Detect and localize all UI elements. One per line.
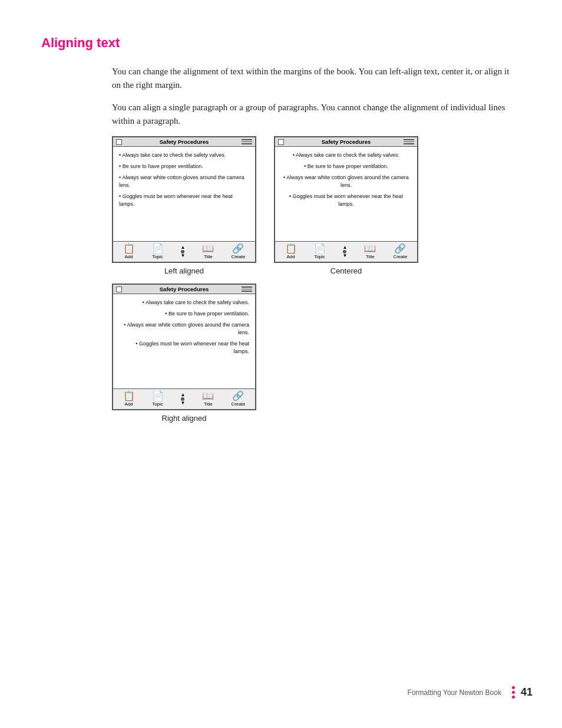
titlebar-left: Safety Procedures <box>113 137 255 147</box>
down-arrow-center: ▼ <box>343 253 348 258</box>
close-box-center[interactable] <box>278 139 284 145</box>
footer-page-number: 41 <box>521 686 533 699</box>
titlebar-center: Safety Procedures <box>275 137 417 147</box>
body-paragraph-1: You can change the alignment of text wit… <box>112 65 513 93</box>
up-arrow-center: ▲ <box>343 245 348 250</box>
content-center: Always take care to check the safety val… <box>275 147 417 241</box>
page-title: Aligning text <box>41 35 521 51</box>
title-button-center[interactable]: 📖 Title <box>364 244 376 259</box>
toolbar-left: 📋 Add 📄 Topic ▲ ▼ 📖 Title <box>113 241 255 262</box>
create-label-left: Create <box>231 254 245 259</box>
figure-left-aligned: Safety Procedures Always take care to ch… <box>112 136 256 275</box>
arrows-center: ▲ ▼ <box>343 245 348 258</box>
title-label-center: Title <box>366 254 375 259</box>
title-label-left: Title <box>204 254 213 259</box>
content-right: Always take care to check the safety val… <box>113 294 255 388</box>
figure-centered: Safety Procedures Always take care to ch… <box>274 136 418 275</box>
newton-window-center: Safety Procedures Always take care to ch… <box>274 136 418 263</box>
create-icon-left: 🔗 <box>232 244 244 253</box>
bullet-3-right: Always wear white cotton gloves around t… <box>119 321 249 337</box>
create-button-right[interactable]: 🔗 Create <box>231 391 245 407</box>
title-lines-right <box>242 286 252 292</box>
bullet-2-center: Be sure to have proper ventilation. <box>281 163 411 170</box>
bullet-1-center: Always take care to check the safety val… <box>281 151 411 159</box>
footer-dot-1 <box>512 686 515 689</box>
footer-dots <box>512 686 515 699</box>
add-button-right[interactable]: 📋 Add <box>123 391 135 407</box>
topic-label-center: Topic <box>314 254 325 259</box>
toolbar-right: 📋 Add 📄 Topic ▲ ▼ 📖 Title 🔗 Create <box>113 388 255 409</box>
window-title-right: Safety Procedures <box>160 286 209 292</box>
caption-right: Right aligned <box>162 414 207 423</box>
add-icon-left: 📋 <box>123 244 135 253</box>
arrows-left: ▲ ▼ <box>181 245 186 258</box>
close-box-left[interactable] <box>116 139 122 145</box>
nav-button-left[interactable]: ▲ ▼ <box>181 245 186 258</box>
up-arrow-left: ▲ <box>181 245 186 250</box>
title-lines-left <box>242 139 252 144</box>
create-button-center[interactable]: 🔗 Create <box>393 244 407 259</box>
bullet-2-right: Be sure to have proper ventilation. <box>119 310 249 318</box>
footer: Formatting Your Newton Book 41 <box>0 686 562 699</box>
add-button-left[interactable]: 📋 Add <box>123 244 135 259</box>
bullet-2-left: Be sure to have proper ventilation. <box>119 163 249 170</box>
nav-button-center[interactable]: ▲ ▼ <box>343 245 348 258</box>
newton-window-left: Safety Procedures Always take care to ch… <box>112 136 256 263</box>
bullet-3-left: Always wear white cotton gloves around t… <box>119 174 249 189</box>
create-label-right: Create <box>231 401 245 407</box>
create-label-center: Create <box>393 254 407 259</box>
nav-button-right[interactable]: ▲ ▼ <box>181 393 186 406</box>
add-icon-right: 📋 <box>123 391 135 401</box>
add-label-right: Add <box>124 401 133 407</box>
topic-button-right[interactable]: 📄 Topic <box>152 391 164 407</box>
bullet-4-center: Goggles must be worn whenever near the h… <box>281 193 411 208</box>
down-arrow-left: ▼ <box>181 253 186 258</box>
close-box-right[interactable] <box>116 286 122 292</box>
footer-dot-2 <box>512 691 515 694</box>
toolbar-center: 📋 Add 📄 Topic ▲ ▼ 📖 Title <box>275 241 417 262</box>
title-button-left[interactable]: 📖 Title <box>202 244 214 259</box>
arrows-right: ▲ ▼ <box>181 393 186 406</box>
caption-center: Centered <box>330 266 362 275</box>
figures-row-top: Safety Procedures Always take care to ch… <box>112 136 521 275</box>
add-label-center: Add <box>286 254 295 259</box>
topic-label-left: Topic <box>152 254 163 259</box>
figure-right-aligned: Safety Procedures Always take care to ch… <box>112 284 256 423</box>
add-label-left: Add <box>124 254 133 259</box>
topic-button-center[interactable]: 📄 Topic <box>314 244 326 259</box>
create-icon-center: 🔗 <box>394 244 406 253</box>
bullet-4-left: Goggles must be worn whenever near the h… <box>119 193 249 208</box>
down-arrow-right: ▼ <box>181 401 186 406</box>
topic-label-right: Topic <box>152 401 163 407</box>
add-icon-center: 📋 <box>285 244 297 253</box>
title-lines-center <box>404 139 414 144</box>
titlebar-right: Safety Procedures <box>113 285 255 294</box>
bullet-3-center: Always wear white cotton gloves around t… <box>281 174 411 189</box>
topic-icon-right: 📄 <box>152 391 164 401</box>
title-button-right[interactable]: 📖 Title <box>202 391 214 407</box>
bullet-1-right: Always take care to check the safety val… <box>119 299 249 307</box>
body-paragraph-2: You can align a single paragraph or a gr… <box>112 101 513 129</box>
create-button-left[interactable]: 🔗 Create <box>231 244 245 259</box>
title-icon-center: 📖 <box>364 244 376 253</box>
footer-text: Formatting Your Newton Book <box>408 689 501 697</box>
title-icon-left: 📖 <box>202 244 214 253</box>
create-icon-right: 🔗 <box>232 391 244 401</box>
content-left: Always take care to check the safety val… <box>113 147 255 241</box>
footer-dot-3 <box>512 696 515 699</box>
up-arrow-right: ▲ <box>181 393 186 397</box>
topic-icon-left: 📄 <box>152 244 164 253</box>
topic-button-left[interactable]: 📄 Topic <box>152 244 164 259</box>
title-icon-right: 📖 <box>202 391 214 401</box>
bullet-4-right: Goggles must be worn whenever near the h… <box>119 340 249 355</box>
bullet-1-left: Always take care to check the safety val… <box>119 151 249 159</box>
topic-icon-center: 📄 <box>314 244 326 253</box>
title-label-right: Title <box>204 401 213 407</box>
add-button-center[interactable]: 📋 Add <box>285 244 297 259</box>
caption-left: Left aligned <box>164 266 204 275</box>
newton-window-right: Safety Procedures Always take care to ch… <box>112 284 256 410</box>
window-title-left: Safety Procedures <box>160 139 209 145</box>
window-title-center: Safety Procedures <box>322 139 371 145</box>
